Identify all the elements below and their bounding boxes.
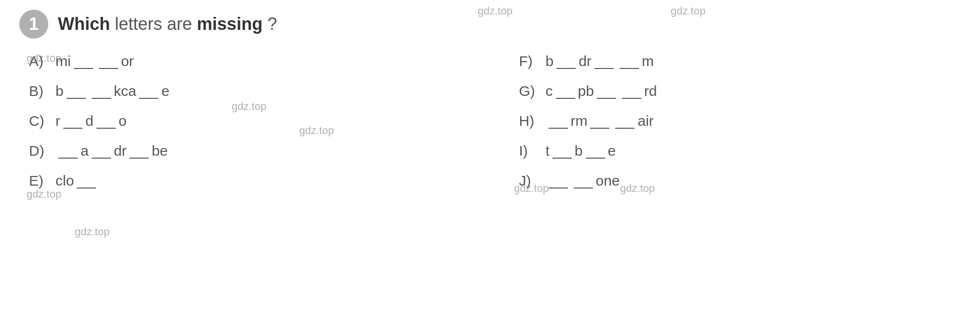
exercise-c-label: C) bbox=[29, 113, 55, 129]
exercise-b-part1: b bbox=[55, 83, 64, 99]
exercise-b: B) b kca e bbox=[29, 83, 490, 99]
exercise-i: I) t b e bbox=[519, 143, 961, 159]
exercise-f-label: F) bbox=[519, 53, 546, 69]
exercise-h-part2: air bbox=[637, 113, 653, 129]
exercise-c-part1: r bbox=[55, 113, 60, 129]
exercise-e-part1: clo bbox=[55, 173, 74, 189]
exercise-c-blank1 bbox=[63, 127, 83, 129]
exercise-c-part3: o bbox=[119, 113, 127, 129]
exercise-j: J) one bbox=[519, 173, 961, 189]
exercise-h-blank3 bbox=[615, 127, 635, 129]
exercise-a-blank1 bbox=[74, 67, 93, 69]
exercise-b-blank3 bbox=[139, 97, 158, 99]
exercise-b-blank2 bbox=[92, 97, 111, 99]
exercise-a-label: A) bbox=[29, 53, 55, 69]
exercise-h-part1: rm bbox=[571, 113, 588, 129]
exercise-g-blank3 bbox=[622, 97, 641, 99]
exercise-d-blank1 bbox=[58, 157, 78, 159]
exercise-j-part1: one bbox=[596, 173, 620, 189]
exercise-a: A) mi or bbox=[29, 53, 490, 69]
exercise-c-part2: d bbox=[85, 113, 94, 129]
exercise-f-part3: m bbox=[642, 53, 654, 69]
exercise-j-label: J) bbox=[519, 173, 546, 189]
exercise-f: F) b dr m bbox=[519, 53, 961, 69]
exercise-h-label: H) bbox=[519, 113, 546, 129]
exercise-a-part2: or bbox=[121, 53, 134, 69]
exercise-d-blank3 bbox=[129, 157, 149, 159]
exercise-d-label: D) bbox=[29, 143, 55, 159]
page: gdz.top gdz.top gdz.top gdz.top gdz.top … bbox=[0, 0, 980, 323]
right-column: F) b dr m G) c pb rd H) bbox=[490, 53, 961, 202]
exercise-i-blank1 bbox=[552, 157, 572, 159]
exercise-c-blank2 bbox=[97, 127, 116, 129]
exercise-i-part3: e bbox=[608, 143, 616, 159]
exercise-e: E) clo bbox=[29, 173, 490, 189]
exercise-i-blank2 bbox=[586, 157, 605, 159]
exercise-d-blank2 bbox=[92, 157, 111, 159]
exercise-d-part1: a bbox=[81, 143, 89, 159]
question-text: Which letters are missing ? bbox=[58, 14, 277, 34]
exercise-d-part2: dr bbox=[114, 143, 127, 159]
exercise-f-blank3 bbox=[620, 67, 639, 69]
exercise-j-blank2 bbox=[574, 187, 593, 188]
watermark-left-5: gdz.top bbox=[75, 226, 110, 238]
question-mark: ? bbox=[267, 14, 277, 34]
exercise-d: D) a dr be bbox=[29, 143, 490, 159]
exercises-columns: A) mi or B) b kca e C) r d bbox=[19, 53, 961, 202]
exercise-i-part1: t bbox=[546, 143, 550, 159]
exercise-g-blank1 bbox=[556, 97, 575, 99]
exercise-f-part2: dr bbox=[579, 53, 592, 69]
exercise-e-blank1 bbox=[77, 187, 96, 188]
exercise-d-part3: be bbox=[152, 143, 167, 159]
exercise-b-part2: kca bbox=[114, 83, 137, 99]
question-number: 1 bbox=[19, 10, 48, 39]
question-letters-are: letters are bbox=[115, 14, 197, 34]
exercise-b-label: B) bbox=[29, 83, 55, 99]
exercise-g-part2: pb bbox=[578, 83, 594, 99]
exercise-g-part3: rd bbox=[644, 83, 657, 99]
exercise-c: C) r d o bbox=[29, 113, 490, 129]
exercise-i-part2: b bbox=[575, 143, 583, 159]
exercise-b-part3: e bbox=[161, 83, 169, 99]
left-column: A) mi or B) b kca e C) r d bbox=[19, 53, 490, 202]
exercise-g-blank2 bbox=[597, 97, 616, 99]
exercise-f-part1: b bbox=[546, 53, 554, 69]
exercise-h-blank1 bbox=[549, 127, 568, 129]
exercise-g-part1: c bbox=[546, 83, 553, 99]
exercise-h: H) rm air bbox=[519, 113, 961, 129]
exercise-g-label: G) bbox=[519, 83, 546, 99]
exercise-a-part1: mi bbox=[55, 53, 71, 69]
exercise-j-blank1 bbox=[549, 187, 568, 188]
exercise-a-blank2 bbox=[99, 67, 118, 69]
exercise-b-blank1 bbox=[67, 97, 86, 99]
exercise-e-label: E) bbox=[29, 173, 55, 189]
exercise-i-label: I) bbox=[519, 143, 546, 159]
exercise-f-blank2 bbox=[594, 67, 614, 69]
header-row: 1 Which letters are missing ? bbox=[19, 10, 961, 39]
question-bold-which: Which bbox=[58, 14, 110, 34]
exercise-f-blank1 bbox=[556, 67, 576, 69]
question-bold-missing: missing bbox=[197, 14, 262, 34]
exercise-h-blank2 bbox=[590, 127, 609, 129]
exercise-g: G) c pb rd bbox=[519, 83, 961, 99]
